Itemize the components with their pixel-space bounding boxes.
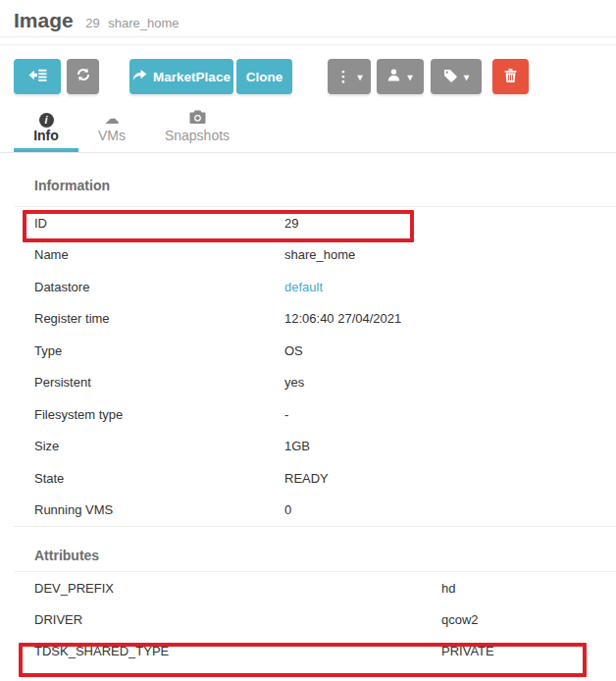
marketplace-button-label: MarketPlace	[153, 70, 231, 84]
row-value: share_home	[284, 247, 616, 262]
row-value: qcow2	[441, 612, 616, 627]
page-subtitle: 29 share_home	[85, 16, 183, 30]
table-row-register-time: Register time 12:06:40 27/04/2021	[14, 303, 616, 336]
row-key: Persistent	[34, 375, 284, 390]
row-key: State	[34, 471, 284, 486]
row-key: Datastore	[34, 280, 284, 294]
table-row-persistent: Persistent yes	[14, 367, 616, 399]
trash-icon	[504, 69, 517, 85]
row-key: Filesystem type	[34, 407, 284, 422]
row-value: -	[284, 407, 616, 422]
table-row-name: Name share_home	[14, 239, 616, 272]
page-header: Image 29 share_home	[0, 0, 616, 37]
refresh-icon	[77, 68, 90, 85]
ownership-dropdown[interactable]: ▾	[377, 59, 424, 94]
table-row-tdsk-shared-type: TDSK_SHARED_TYPE PRIVATE	[14, 636, 616, 667]
attributes-section-title: Attributes	[14, 527, 616, 572]
row-value: yes	[284, 375, 616, 390]
chevron-down-icon: ▾	[357, 72, 362, 82]
resource-id: 29	[85, 16, 99, 30]
resource-name: share_home	[108, 16, 179, 30]
back-to-list-button[interactable]	[14, 59, 61, 94]
forward-arrow-icon	[132, 70, 153, 84]
row-value: 0	[284, 502, 616, 517]
tab-info-label: Info	[14, 128, 78, 143]
table-row-id: ID 29	[14, 207, 616, 239]
user-icon	[387, 69, 400, 84]
tab-bar: Info ☁ VMs Snapshots	[0, 102, 616, 153]
cloud-icon: ☁	[78, 110, 145, 127]
table-row-dev-prefix: DEV_PREFIX hd	[14, 572, 616, 603]
table-row-size: Size 1GB	[14, 431, 616, 463]
ellipsis-vertical-icon: ⋮	[335, 68, 350, 85]
image-detail-panel: Image 29 share_home	[0, 0, 616, 681]
information-section-title: Information	[14, 153, 616, 207]
tag-icon	[443, 69, 457, 85]
more-actions-dropdown[interactable]: ⋮ ▾	[328, 59, 371, 94]
tab-vms-label: VMs	[78, 128, 145, 143]
table-row-driver: DRIVER qcow2	[14, 603, 616, 635]
datastore-link[interactable]: default	[284, 280, 323, 294]
table-row-running-vms: Running VMS 0	[14, 495, 616, 527]
header-divider	[0, 37, 616, 45]
row-key: Size	[34, 439, 284, 453]
row-value: READY	[284, 471, 616, 486]
tab-snapshots[interactable]: Snapshots	[145, 102, 249, 152]
attributes-section: Attributes DEV_PREFIX hd DRIVER qcow2 TD…	[14, 527, 616, 667]
row-key: Running VMS	[34, 502, 284, 517]
row-value: hd	[441, 581, 616, 596]
clone-button-label: Clone	[246, 70, 283, 84]
row-value: 12:06:40 27/04/2021	[284, 311, 616, 326]
row-key: TDSK_SHARED_TYPE	[34, 644, 441, 658]
row-key: Type	[34, 343, 284, 358]
clone-button[interactable]: Clone	[236, 59, 292, 94]
row-key: DRIVER	[34, 612, 441, 627]
tab-vms[interactable]: ☁ VMs	[78, 102, 145, 152]
row-value: 29	[284, 216, 616, 231]
chevron-down-icon: ▾	[464, 72, 469, 82]
table-row-type: Type OS	[14, 335, 616, 367]
tab-snapshots-label: Snapshots	[145, 128, 249, 143]
information-section: Information ID 29 Name share_home Datast…	[14, 153, 616, 527]
table-row-filesystem-type: Filesystem type -	[14, 398, 616, 431]
delete-button[interactable]	[492, 59, 529, 94]
chevron-down-icon: ▾	[407, 72, 412, 82]
row-value: PRIVATE	[441, 644, 616, 658]
page-title: Image	[14, 9, 74, 32]
row-value: OS	[284, 343, 616, 358]
row-key: Register time	[34, 311, 284, 326]
toolbar: MarketPlace Clone ⋮ ▾ ▾	[0, 45, 616, 90]
arrow-left-list-icon	[28, 69, 47, 84]
info-circle-icon	[39, 113, 54, 128]
marketplace-button[interactable]: MarketPlace	[129, 59, 233, 94]
row-key: ID	[34, 216, 284, 231]
camera-icon	[145, 110, 249, 127]
table-row-state: State READY	[14, 462, 616, 495]
labels-dropdown[interactable]: ▾	[431, 59, 482, 94]
row-key: DEV_PREFIX	[34, 581, 441, 596]
refresh-button[interactable]	[67, 59, 99, 94]
table-row-datastore: Datastore default	[14, 271, 616, 303]
tab-info[interactable]: Info	[14, 102, 78, 152]
row-key: Name	[34, 247, 284, 262]
row-value: 1GB	[284, 439, 616, 453]
